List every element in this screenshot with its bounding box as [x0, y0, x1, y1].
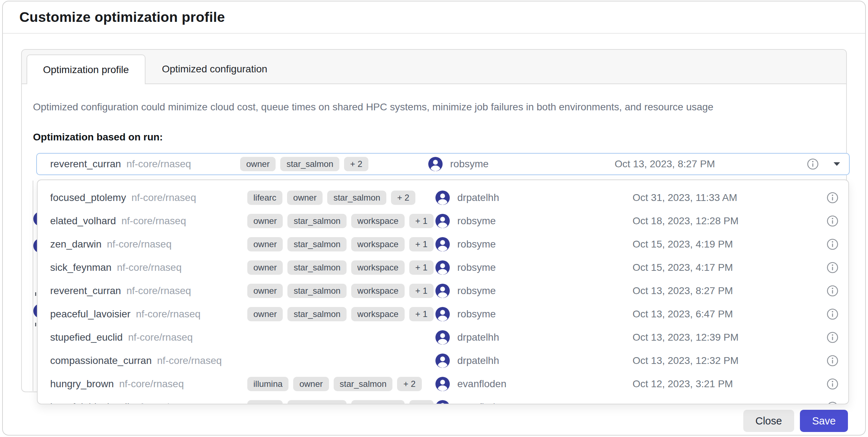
run-info-cell [826, 209, 839, 232]
info-icon[interactable] [826, 308, 839, 320]
run-user-cell: robsyme [435, 256, 496, 279]
run-username: drpatelhh [457, 332, 499, 343]
run-tag-badge: + 2 [397, 377, 421, 391]
run-user-cell: robsyme [435, 209, 496, 232]
run-option-row[interactable]: peaceful_lavoisier nf-core/rnaseq owners… [38, 302, 848, 326]
run-tag-badge: workspace [351, 307, 405, 321]
selected-run-name-cell: reverent_curran nf-core/rnaseq [50, 154, 191, 174]
run-tag-badge: owner [247, 237, 283, 251]
run-name: hungry_brown [50, 378, 114, 390]
save-button[interactable]: Save [800, 410, 848, 432]
info-icon[interactable] [826, 331, 839, 344]
tab-optimized-configuration[interactable]: Optimized configuration [146, 54, 284, 83]
run-user-cell: evanfloden [435, 372, 506, 395]
info-icon[interactable] [826, 238, 839, 250]
info-icon[interactable] [826, 401, 839, 405]
run-user-cell: robsyme [435, 232, 496, 256]
user-avatar-icon [435, 191, 450, 205]
run-tag-badge: star_salmon [287, 260, 347, 275]
run-info-cell [826, 256, 839, 279]
chevron-down-icon[interactable] [833, 161, 841, 167]
run-name: sick_feynman [50, 262, 111, 273]
run-name-cell: focused_ptolemy nf-core/rnaseq [50, 186, 196, 209]
run-name-cell: zen_darwin nf-core/rnaseq [50, 232, 172, 256]
info-icon[interactable] [826, 285, 839, 297]
run-info-cell [826, 302, 839, 326]
selected-run-pipeline: nf-core/rnaseq [127, 158, 191, 170]
run-option-row[interactable]: focused_ptolemy nf-core/rnaseq lifearcow… [38, 186, 848, 209]
run-info-cell [826, 395, 839, 404]
background-text-fragment [35, 323, 36, 326]
run-user-cell: robsyme [435, 279, 496, 302]
run-name-cell: hopeful_blackwell nf-core/rnaseq [50, 395, 200, 404]
close-button[interactable]: Close [743, 410, 794, 432]
run-option-row[interactable]: zen_darwin nf-core/rnaseq ownerstar_salm… [38, 232, 848, 256]
run-tag-badge: + 1 [409, 307, 434, 321]
run-option-row[interactable]: reverent_curran nf-core/rnaseq ownerstar… [38, 279, 848, 302]
run-user-cell: drpatelhh [435, 186, 499, 209]
run-tag-badge: owner [293, 377, 329, 391]
run-info-cell [826, 186, 839, 209]
info-icon[interactable] [826, 192, 839, 204]
run-user-cell: robsyme [435, 302, 496, 326]
run-tag-badge: + 2 [344, 157, 368, 171]
run-tag-badge: owner [247, 400, 283, 405]
run-tag-badge: workspace [351, 284, 405, 298]
run-tag-badge: owner [287, 191, 323, 205]
run-name-cell: peaceful_lavoisier nf-core/rnaseq [50, 302, 201, 326]
run-username: drpatelhh [457, 355, 499, 366]
run-tag-badge: + 1 [409, 260, 434, 275]
run-date: Oct 31, 2023, 11:33 AM [633, 186, 737, 209]
run-name: stupefied_euclid [50, 332, 123, 343]
run-tag-badge: + 1 [409, 214, 434, 228]
run-username: drpatelhh [457, 192, 499, 203]
run-pipeline: nf-core/rnaseq [107, 239, 172, 250]
run-option-row[interactable]: hopeful_blackwell nf-core/rnaseq ownerst… [38, 395, 848, 404]
run-tags: ownerstar_salmonworkspace+ 1 [247, 279, 434, 302]
run-name-cell: stupefied_euclid nf-core/rnaseq [50, 326, 193, 349]
user-avatar-icon [435, 400, 450, 405]
run-name: hopeful_blackwell [50, 402, 129, 405]
run-select-combobox[interactable]: reverent_curran nf-core/rnaseq ownerstar… [36, 153, 850, 175]
info-icon[interactable] [826, 378, 839, 390]
optimization-description: Optimized configuration could minimize c… [33, 101, 714, 113]
run-date: Oct 13, 2023, 8:27 PM [633, 279, 733, 302]
run-username: robsyme [457, 215, 496, 227]
run-option-row[interactable]: compassionate_curran nf-core/rnaseq drpa… [38, 349, 848, 372]
run-user-cell: drpatelhh [435, 349, 499, 372]
user-avatar-icon [435, 307, 450, 321]
run-info-cell [826, 372, 839, 395]
run-name: focused_ptolemy [50, 192, 126, 203]
run-user-cell: evanfloden [435, 395, 506, 404]
info-icon[interactable] [826, 215, 839, 227]
run-tag-badge: star_salmon [280, 157, 339, 171]
run-tags: ownerstar_salmonworkspace+ 1 [247, 302, 434, 326]
modal-footer: Close Save [743, 410, 848, 432]
run-option-row[interactable]: stupefied_euclid nf-core/rnaseq drpatelh… [38, 326, 848, 349]
selected-run-info [807, 154, 819, 174]
info-icon[interactable] [807, 158, 819, 170]
run-name-cell: reverent_curran nf-core/rnaseq [50, 279, 191, 302]
run-option-row[interactable]: sick_feynman nf-core/rnaseq ownerstar_sa… [38, 256, 848, 279]
info-icon[interactable] [826, 355, 839, 367]
background-text-fragment [35, 292, 36, 296]
run-username: robsyme [457, 285, 496, 297]
run-tags: ownerstar_salmonworkspace+ 1 [247, 232, 434, 256]
run-option-row[interactable]: hungry_brown nf-core/rnaseq illuminaowne… [38, 372, 848, 395]
run-option-row[interactable]: elated_volhard nf-core/rnaseq ownerstar_… [38, 209, 848, 232]
tab-optimization-profile[interactable]: Optimization profile [27, 54, 146, 84]
selected-run-username: robsyme [450, 158, 488, 170]
run-tag-badge: owner [247, 260, 283, 275]
run-tag-badge: star_salmon [334, 377, 393, 391]
run-date: Oct 15, 2023, 4:17 PM [633, 256, 733, 279]
run-name-cell: compassionate_curran nf-core/rnaseq [50, 349, 222, 372]
run-date: Oct 13, 2023, 12:32 PM [633, 349, 739, 372]
run-tag-badge: owner [247, 284, 283, 298]
info-icon[interactable] [826, 261, 839, 274]
run-date: Oct 13, 2023, 12:39 PM [633, 326, 739, 349]
run-tag-badge: + 1 [409, 237, 434, 251]
run-pipeline: nf-core/rnaseq [136, 308, 201, 320]
run-tag-badge: workspace [351, 260, 405, 275]
user-avatar-icon [435, 330, 450, 345]
selected-run-caret [833, 154, 841, 174]
